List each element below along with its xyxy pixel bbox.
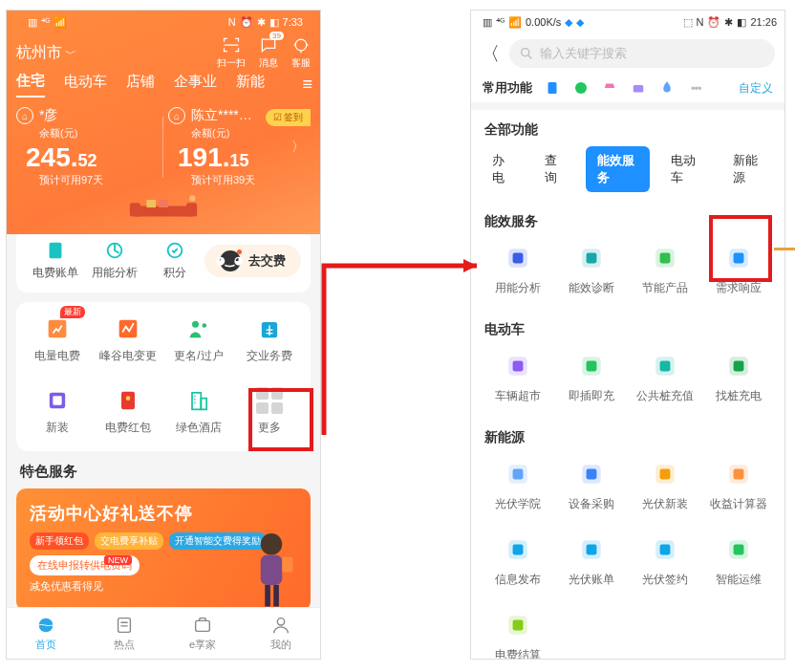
svg-rect-28 xyxy=(196,620,210,631)
grid-item[interactable]: 智能运维 xyxy=(701,535,775,588)
points-button[interactable]: 积分 xyxy=(145,240,204,281)
grid-item[interactable]: 光伏签约 xyxy=(628,535,701,588)
grid-item-rename[interactable]: 更名/过户 xyxy=(163,315,234,364)
grid-item[interactable]: 电费结算 xyxy=(481,611,554,660)
shortcut-icon[interactable] xyxy=(601,79,618,97)
red-arrow xyxy=(318,258,486,435)
app-icon xyxy=(651,244,679,272)
tab-menu-icon[interactable]: ≡ xyxy=(302,75,311,95)
shortcut-icon[interactable] xyxy=(544,79,561,97)
grid-item[interactable]: 车辆超市 xyxy=(481,352,554,404)
city-picker[interactable]: 杭州市﹀ xyxy=(16,43,76,63)
grid-item[interactable]: 光伏新装 xyxy=(628,460,701,512)
svg-rect-59 xyxy=(512,545,523,555)
tab-home[interactable]: 住宅 xyxy=(16,72,45,98)
grid-item[interactable]: 光伏学院 xyxy=(481,460,554,512)
promo-banner[interactable]: 活动中心好礼送不停 新手领红包交电费享补贴开通智能交费得奖励 NEW 在线申报转… xyxy=(16,488,311,607)
svg-point-32 xyxy=(575,82,587,94)
tab-newenergy[interactable]: 新能 xyxy=(236,73,265,97)
tab-enterprise[interactable]: 企事业 xyxy=(174,73,217,97)
search-input[interactable]: 输入关键字搜索 xyxy=(509,39,775,68)
grid-item[interactable]: 设备采购 xyxy=(554,460,628,512)
svg-rect-57 xyxy=(733,469,743,480)
grid-item[interactable]: 即插即充 xyxy=(554,352,628,404)
app-icon xyxy=(651,535,679,564)
grid-item-label: 车辆超市 xyxy=(495,388,541,404)
bot-icon: ◕‿◕ xyxy=(220,250,241,271)
grid-item[interactable]: 光伏账单 xyxy=(554,535,628,588)
svg-rect-55 xyxy=(659,469,670,480)
app-icon xyxy=(577,352,606,380)
grid-item-label: 公共桩充值 xyxy=(636,388,694,404)
svg-rect-22 xyxy=(261,555,283,586)
svg-rect-67 xyxy=(512,620,523,631)
grid-item-usage-fee[interactable]: 最新电量电费 xyxy=(22,315,93,364)
grid-item-label: 即插即充 xyxy=(569,388,614,404)
rtab-banli[interactable]: 办电 xyxy=(481,146,524,192)
rtab-query[interactable]: 查询 xyxy=(533,146,576,192)
app-icon xyxy=(504,352,532,380)
tab-shop[interactable]: 店铺 xyxy=(126,73,155,97)
common-functions-row: 常用功能 ••• 自定义 xyxy=(471,74,784,102)
pay-button[interactable]: ◕‿◕去交费 xyxy=(204,245,301,277)
grid-item[interactable]: 节能产品 xyxy=(628,244,701,296)
grid-item-label: 需求响应 xyxy=(716,280,762,296)
svg-rect-53 xyxy=(586,469,596,480)
app-icon xyxy=(724,352,753,380)
svg-rect-2 xyxy=(130,203,140,216)
person-illustration xyxy=(238,525,305,607)
svg-rect-1 xyxy=(135,206,193,216)
grid-item-label: 光伏学院 xyxy=(495,496,541,512)
rtab-newenergy[interactable]: 新能源 xyxy=(721,146,775,192)
rtab-efficiency[interactable]: 能效服务 xyxy=(586,146,649,192)
status-left-icons: ▥⁴ᴳ📶 xyxy=(24,16,67,29)
svg-rect-51 xyxy=(512,469,523,480)
grid-item[interactable]: 找桩充电 xyxy=(701,352,775,404)
shortcut-icon[interactable] xyxy=(658,79,676,97)
bottom-tabbar: 首页 热点 e享家 我的 xyxy=(7,607,320,659)
support-button[interactable]: 客服 xyxy=(291,35,311,70)
account-card-1[interactable]: ⌂*彦 余额(元) 245.52 预计可用97天 xyxy=(16,107,159,187)
grid-item-bizfee[interactable]: 交业务费 xyxy=(234,315,305,364)
svg-point-29 xyxy=(277,618,284,625)
grid-item-label: 信息发布 xyxy=(495,572,541,588)
new-badge: NEW xyxy=(104,555,132,565)
back-button[interactable]: 〈 xyxy=(481,41,500,67)
shortcut-icon[interactable] xyxy=(572,79,590,97)
shortcut-icon[interactable] xyxy=(630,79,647,97)
messages-button[interactable]: 39消息 xyxy=(259,35,278,70)
grid-item-newinstall[interactable]: 新装 xyxy=(22,387,93,436)
grid-item-redpacket[interactable]: 电费红包 xyxy=(93,387,163,436)
status-right-icons: N⏰✱◧7:33 xyxy=(225,16,303,29)
section-grid: 光伏学院设备采购光伏新装收益计算器信息发布光伏账单光伏签约智能运维电费结算 xyxy=(471,454,784,660)
usage-button[interactable]: 用能分析 xyxy=(85,240,144,281)
section-title: 新能源 xyxy=(471,418,784,454)
tab-ehome[interactable]: e享家 xyxy=(163,608,242,659)
chevron-right-icon: 〉 xyxy=(291,139,305,156)
rtab-ev[interactable]: 电动车 xyxy=(659,146,713,192)
svg-point-18 xyxy=(126,396,131,401)
grid-item[interactable]: 收益计算器 xyxy=(701,460,775,512)
grid-item[interactable]: 信息发布 xyxy=(481,535,554,588)
grid-item-peak-valley[interactable]: 峰谷电变更 xyxy=(93,315,163,364)
grid-item-greenhotel[interactable]: 绿色酒店 xyxy=(163,387,234,436)
category-tabs: 住宅 电动车 店铺 企事业 新能 ≡ xyxy=(16,72,311,98)
bill-button[interactable]: 电费账单 xyxy=(26,240,85,281)
grid-item[interactable]: 公共桩充值 xyxy=(628,352,701,404)
grid-item-label: 设备采购 xyxy=(569,496,614,512)
orange-header: ▥⁴ᴳ📶 N⏰✱◧7:33 杭州市﹀ 扫一扫 39消息 客服 住宅 电动车 店铺… xyxy=(7,11,320,237)
account-card-2[interactable]: ⌂陈立****… 余额(元) 191.15 预计可用39天 〉 ☑签到 xyxy=(168,107,311,187)
customize-button[interactable]: 自定义 xyxy=(739,80,773,97)
section-featured-title: 特色服务 xyxy=(20,463,307,481)
scan-button[interactable]: 扫一扫 xyxy=(217,35,246,70)
checkin-button[interactable]: ☑签到 xyxy=(266,109,311,126)
tab-ev[interactable]: 电动车 xyxy=(64,73,107,97)
svg-point-0 xyxy=(295,39,307,51)
svg-rect-45 xyxy=(586,361,596,372)
tab-home[interactable]: 首页 xyxy=(7,608,85,659)
tab-hot[interactable]: 热点 xyxy=(85,608,163,659)
tab-mine[interactable]: 我的 xyxy=(242,608,320,659)
grid-item[interactable]: 能效诊断 xyxy=(554,244,628,296)
app-icon xyxy=(577,244,606,272)
grid-item[interactable]: 用能分析 xyxy=(481,244,554,296)
